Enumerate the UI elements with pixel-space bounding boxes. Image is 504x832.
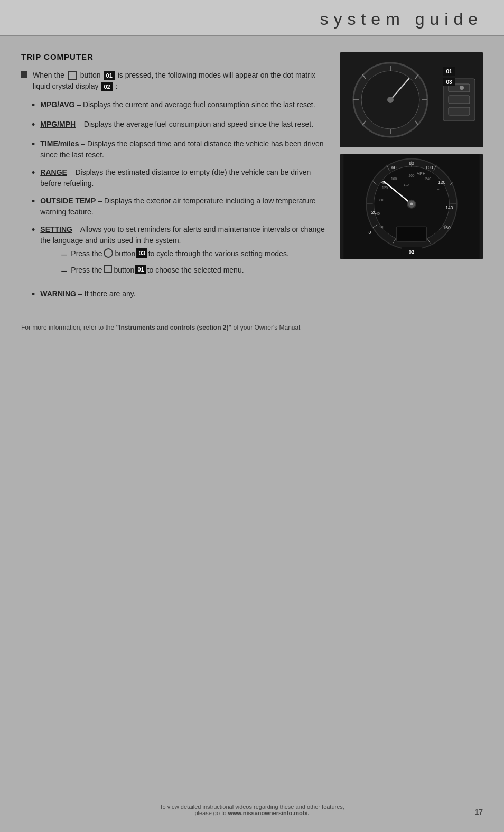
list-item-timemiles: TIME/miles – Displays the elapsed time a…	[32, 138, 330, 161]
svg-text:160: 160	[391, 177, 397, 181]
dashboard-image-top: 01 03	[340, 52, 483, 147]
desc-setting: – Allows you to set reminders for alerts…	[40, 225, 324, 245]
svg-text:40: 40	[376, 212, 380, 216]
svg-text:03: 03	[446, 79, 452, 85]
list-item-mpgmph: MPG/MPH – Displays the average fuel cons…	[32, 119, 330, 132]
speedometer-svg: 0 20 40 60 80 100 120 140 160	[340, 154, 483, 259]
dash-item-1: Press the button 03 to cycle through the…	[61, 248, 330, 261]
list-item-outside-temp: OUTSIDE TEMP – Displays the exterior air…	[32, 195, 330, 218]
badge-03: 03	[136, 248, 147, 258]
page-header: system guide	[0, 0, 504, 36]
svg-rect-15	[449, 96, 470, 104]
desc-warning: – If there are any.	[78, 289, 136, 298]
dash-2-before: Press the	[71, 265, 102, 276]
intro-bullet: When the button 01 is pressed, the follo…	[21, 70, 330, 92]
modes-list: MPG/AVG – Displays the current and avera…	[21, 99, 330, 302]
page-number: 17	[474, 808, 483, 816]
term-range: RANGE	[40, 168, 67, 176]
footer-note-bold: "Instruments and controls (section 2)"	[116, 324, 233, 331]
svg-point-17	[460, 86, 464, 90]
term-timemiles: TIME/miles	[40, 139, 79, 148]
list-item-setting: SETTING – Allows you to set reminders fo…	[32, 224, 330, 282]
svg-text:60: 60	[391, 165, 397, 170]
page-title: system guide	[21, 10, 483, 29]
left-column: TRIP COMPUTER When the button 01 is pres…	[21, 52, 330, 308]
setting-sub-list: Press the button 03 to cycle through the…	[40, 248, 330, 278]
img-top-background: 01 03	[340, 52, 483, 147]
circle-button-icon	[104, 248, 113, 258]
desc-mpgmph: – Displays the average fuel consumption …	[78, 120, 313, 128]
list-item-mpgavg: MPG/AVG – Displays the current and avera…	[32, 99, 330, 113]
section-title: TRIP COMPUTER	[21, 52, 330, 61]
term-warning: WARNING	[40, 289, 76, 298]
svg-point-57	[410, 202, 413, 205]
desc-timemiles: – Displays the elapsed time and total di…	[40, 139, 323, 159]
right-column: 01 03 0 20	[340, 52, 483, 308]
svg-text:100: 100	[425, 165, 433, 170]
bottom-note: To view detailed instructional videos re…	[0, 803, 504, 816]
bottom-note-url[interactable]: www.nissanownersinfo.mobi.	[228, 810, 309, 816]
svg-text:0: 0	[369, 230, 371, 235]
badge-01: 01	[104, 71, 115, 80]
svg-text:01: 01	[446, 69, 452, 74]
square-button-icon-2	[104, 265, 112, 273]
dash-1-mid: button	[115, 248, 135, 259]
svg-text:02: 02	[409, 249, 415, 255]
svg-text:MPH: MPH	[417, 171, 426, 176]
svg-text:20: 20	[379, 225, 384, 229]
term-outside-temp: OUTSIDE TEMP	[40, 197, 96, 205]
desc-mpgavg: – Displays the current and average fuel …	[77, 100, 315, 109]
svg-text:140: 140	[445, 205, 453, 210]
main-content: TRIP COMPUTER When the button 01 is pres…	[0, 36, 504, 319]
bottom-note-line2: please go to	[194, 810, 226, 816]
svg-rect-16	[449, 107, 470, 115]
top-gauge-svg: 01 03	[340, 52, 483, 147]
dash-2-after: to choose the selected menu.	[147, 265, 244, 276]
svg-text:120: 120	[382, 186, 388, 190]
svg-point-4	[387, 97, 394, 103]
svg-text:240: 240	[425, 177, 431, 181]
badge-02: 02	[101, 82, 112, 91]
footer-note-end: of your Owner's Manual.	[234, 324, 302, 331]
page-footer: To view detailed instructional videos re…	[0, 803, 504, 816]
footer-note: For more information, refer to the "Inst…	[0, 319, 504, 342]
dash-1-before: Press the	[71, 248, 102, 259]
list-item-warning: WARNING – If there are any.	[32, 288, 330, 302]
svg-text:80: 80	[379, 198, 384, 202]
badge-01b: 01	[135, 265, 146, 274]
intro-text: When the button 01 is pressed, the follo…	[33, 70, 330, 92]
dash-1-after: to cycle through the various setting mod…	[148, 248, 289, 259]
svg-text:–: –	[437, 187, 440, 191]
svg-text:200: 200	[408, 174, 414, 177]
intro-text-middle: button	[80, 71, 103, 79]
term-mpgmph: MPG/MPH	[40, 120, 76, 128]
bottom-note-line1: To view detailed instructional videos re…	[160, 803, 344, 810]
bullet-square-icon	[21, 71, 27, 78]
intro-colon: :	[116, 82, 118, 90]
dash-item-2: Press the button 01 to choose the select…	[61, 265, 330, 278]
list-item-range: RANGE – Displays the estimated distance …	[32, 167, 330, 189]
footer-note-before: For more information, refer to the	[21, 324, 114, 331]
intro-text-before: When the	[33, 71, 64, 79]
square-button-icon	[68, 71, 77, 80]
dash-2-mid: button	[114, 265, 134, 276]
svg-rect-58	[396, 227, 426, 242]
svg-text:120: 120	[438, 180, 446, 185]
desc-range: – Displays the estimated distance to emp…	[40, 168, 311, 188]
dashboard-image-bottom: 0 20 40 60 80 100 120 140 160	[340, 154, 483, 259]
svg-text:km/h: km/h	[404, 184, 410, 187]
term-mpgavg: MPG/AVG	[40, 100, 74, 109]
svg-text:160: 160	[443, 225, 451, 230]
term-setting: SETTING	[40, 225, 72, 233]
